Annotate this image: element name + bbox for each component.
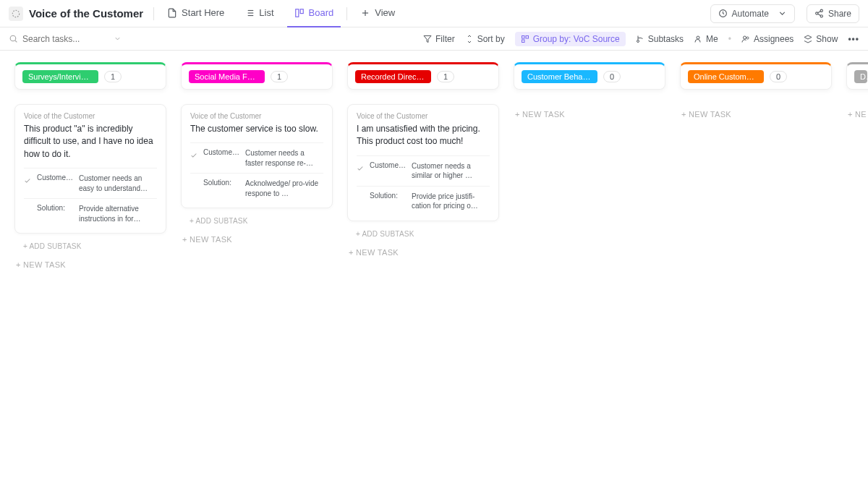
sub-value: Customer needs a similar or higher …: [412, 161, 490, 181]
subtask-row[interactable]: Customer …Customer needs a faster respon…: [190, 142, 323, 173]
task-card[interactable]: Voice of the Customer I am unsatisfied w…: [347, 104, 499, 221]
tab-start-here[interactable]: Start Here: [160, 0, 231, 27]
plus-icon: [360, 8, 370, 18]
sub-label: Solution:: [203, 179, 241, 187]
search-input[interactable]: [22, 34, 109, 44]
filter-button[interactable]: Filter: [423, 34, 455, 44]
column-badge: Customer Behav…: [522, 70, 597, 83]
subtasks-button[interactable]: Subtasks: [636, 34, 684, 44]
sub-value: Customer needs an easy to understand…: [79, 174, 157, 193]
new-task-button[interactable]: + NEW TASK: [680, 104, 832, 124]
me-button[interactable]: Me: [694, 34, 718, 44]
subtasks-icon: [636, 35, 644, 43]
person-icon: [694, 35, 702, 43]
filter-icon: [423, 35, 432, 43]
sub-label: Customer …: [203, 148, 241, 156]
svg-line-16: [818, 14, 821, 15]
separator-dot: •: [728, 34, 731, 44]
more-menu[interactable]: •••: [848, 34, 859, 44]
svg-line-18: [15, 40, 17, 42]
card-list-name: Voice of the Customer: [357, 112, 490, 120]
svg-rect-20: [522, 35, 524, 38]
column: Online Custome…0+ NEW TASK: [680, 62, 832, 124]
subtask-row[interactable]: Solution:Provide price justifi-cation fo…: [357, 186, 490, 216]
assignees-button[interactable]: Assignees: [741, 34, 793, 44]
task-card[interactable]: Voice of the Customer The customer servi…: [181, 104, 333, 208]
sub-label: Solution:: [37, 204, 75, 212]
svg-point-26: [746, 37, 749, 39]
column-badge: Online Custome…: [688, 70, 764, 83]
svg-line-15: [818, 12, 821, 13]
column-badge: Surveys/Intervie…: [22, 70, 98, 83]
sortby-button[interactable]: Sort by: [465, 34, 505, 44]
svg-marker-19: [424, 35, 431, 42]
card-list-name: Voice of the Customer: [24, 112, 157, 120]
top-header: Voice of the Customer Start Here List Bo…: [0, 0, 868, 27]
share-icon: [814, 9, 824, 18]
check-icon: [190, 149, 199, 162]
column-header[interactable]: Dir: [846, 62, 868, 90]
new-task-button[interactable]: + NE: [846, 104, 868, 124]
new-task-button[interactable]: + NEW TASK: [514, 104, 665, 124]
sub-value: Customer needs a faster response re-…: [245, 148, 323, 168]
add-subtask-button[interactable]: + ADD SUBTASK: [181, 213, 333, 229]
search-chevron[interactable]: [114, 33, 122, 46]
check-icon: [24, 174, 33, 187]
column-badge: Social Media Fe…: [189, 70, 265, 83]
subtask-row[interactable]: Solution:Provide alternative instruction…: [24, 198, 157, 229]
card-list-name: Voice of the Customer: [190, 112, 323, 120]
svg-point-17: [10, 35, 16, 41]
column: Dir+ NE: [846, 62, 868, 124]
subtask-row[interactable]: Solution:Acknolwedge/ pro-vide respone t…: [190, 173, 323, 203]
column: Social Media Fe…1 Voice of the Customer …: [181, 62, 333, 249]
doc-dashed-icon: [9, 7, 23, 21]
share-button[interactable]: Share: [807, 4, 859, 23]
toolbar: Filter Sort by Group by: VoC Source Subt…: [0, 27, 868, 51]
chevron-down-icon: [778, 9, 787, 18]
tab-label: List: [259, 7, 273, 18]
group-icon: [521, 35, 529, 43]
tab-list[interactable]: List: [237, 0, 281, 27]
add-subtask-button[interactable]: + ADD SUBTASK: [347, 226, 499, 242]
groupby-button[interactable]: Group by: VoC Source: [515, 32, 626, 46]
svg-marker-27: [804, 35, 812, 39]
sub-label: Solution:: [370, 192, 407, 200]
svg-point-0: [12, 10, 19, 17]
board: Surveys/Intervie…1 Voice of the Customer…: [0, 51, 868, 286]
page-title: Voice of the Customer: [29, 7, 143, 20]
show-button[interactable]: Show: [804, 34, 838, 44]
column-header[interactable]: Recorded Direct…1: [347, 62, 499, 90]
svg-rect-22: [522, 40, 524, 43]
new-task-button[interactable]: + NEW TASK: [347, 242, 499, 263]
check-icon: [357, 162, 365, 175]
new-task-button[interactable]: + NEW TASK: [14, 255, 166, 275]
column-count: 0: [770, 71, 787, 82]
task-card[interactable]: Voice of the Customer This product "a" i…: [14, 104, 166, 234]
search-wrap[interactable]: [9, 33, 139, 46]
svg-rect-8: [300, 9, 303, 13]
column-header[interactable]: Surveys/Intervie…1: [14, 62, 166, 90]
layers-icon: [804, 35, 812, 43]
svg-point-24: [697, 36, 699, 39]
column-header[interactable]: Social Media Fe…1: [181, 62, 333, 90]
automate-label: Automate: [732, 9, 769, 19]
column: Customer Behav…0+ NEW TASK: [514, 62, 665, 124]
column-count: 1: [104, 71, 122, 82]
column-badge: Dir: [854, 70, 867, 83]
subtask-row[interactable]: Customer …Customer needs an easy to unde…: [24, 168, 157, 198]
sub-value: Provide price justifi-cation for pricing…: [412, 192, 490, 211]
column: Recorded Direct…1 Voice of the Customer …: [347, 62, 499, 263]
automate-button[interactable]: Automate: [710, 4, 795, 23]
subtask-row[interactable]: Customer …Customer needs a similar or hi…: [357, 155, 490, 186]
column: Surveys/Intervie…1 Voice of the Customer…: [14, 62, 166, 275]
new-task-button[interactable]: + NEW TASK: [181, 229, 333, 249]
add-subtask-button[interactable]: + ADD SUBTASK: [14, 238, 166, 255]
svg-point-25: [743, 36, 746, 39]
tab-label: Start Here: [182, 7, 224, 18]
svg-point-14: [820, 15, 822, 17]
tab-label: View: [375, 7, 395, 18]
add-view-button[interactable]: View: [353, 0, 402, 27]
column-header[interactable]: Customer Behav…0: [514, 62, 665, 90]
tab-board[interactable]: Board: [287, 0, 341, 27]
column-header[interactable]: Online Custome…0: [680, 62, 832, 90]
